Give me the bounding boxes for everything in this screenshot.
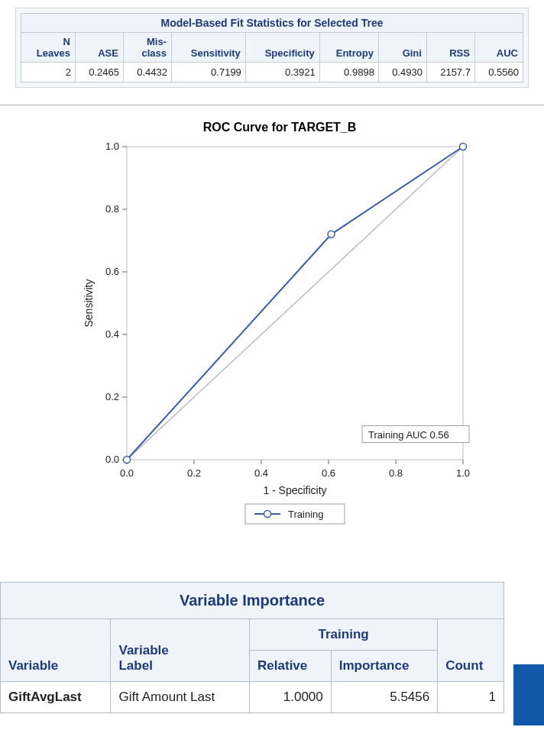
svg-point-27 <box>328 231 335 237</box>
varimp-h-relative: Relative <box>250 651 332 682</box>
svg-text:0.6: 0.6 <box>322 467 335 479</box>
varimp-h-variable: Variable <box>1 619 111 682</box>
svg-text:0.4: 0.4 <box>105 328 119 340</box>
svg-text:0.2: 0.2 <box>187 467 201 479</box>
fit-stats-panel: Model-Based Fit Statistics for Selected … <box>15 8 529 88</box>
varimp-importance: 5.5456 <box>331 682 437 713</box>
fit-val-1: 0.2465 <box>75 63 123 82</box>
svg-text:Training: Training <box>288 509 323 520</box>
svg-text:Training AUC  0.56: Training AUC 0.56 <box>368 429 449 441</box>
fit-val-6: 0.4930 <box>378 63 426 82</box>
svg-text:1.0: 1.0 <box>456 467 470 479</box>
svg-text:0.2: 0.2 <box>105 391 119 402</box>
svg-text:0.8: 0.8 <box>389 467 403 479</box>
fit-col-3: Sensitivity <box>171 33 245 63</box>
varimp-title: Variable Importance <box>1 583 504 619</box>
svg-text:0.0: 0.0 <box>105 454 119 465</box>
fit-val-5: 0.9898 <box>319 63 378 82</box>
blue-side-bar <box>513 664 544 725</box>
variable-importance-table: Variable Importance Variable Variable La… <box>0 582 504 713</box>
varimp-h-count: Count <box>438 619 504 682</box>
varimp-label: Gift Amount Last <box>111 682 250 713</box>
fit-col-1: ASE <box>75 33 123 63</box>
fit-val-2: 0.4432 <box>123 63 171 82</box>
varimp-h-importance: Importance <box>331 651 437 682</box>
varimp-h-label: Variable Label <box>111 619 250 682</box>
fit-stats-title: Model-Based Fit Statistics for Selected … <box>21 14 523 33</box>
fit-col-5: Entropy <box>319 33 378 63</box>
svg-point-28 <box>460 144 467 150</box>
fit-val-8: 0.5560 <box>474 63 523 82</box>
svg-text:1.0: 1.0 <box>105 141 119 152</box>
divider <box>0 105 544 105</box>
varimp-var: GiftAvgLast <box>1 682 111 713</box>
svg-point-35 <box>264 511 271 518</box>
fit-stats-table: Model-Based Fit Statistics for Selected … <box>21 13 523 82</box>
fit-val-4: 0.3921 <box>245 63 319 82</box>
variable-importance-panel: Variable Importance Variable Variable La… <box>0 582 544 713</box>
svg-text:1 - Specificity: 1 - Specificity <box>263 484 326 496</box>
fit-col-4: Specificity <box>245 33 319 63</box>
fit-col-8: AUC <box>474 33 523 63</box>
fit-col-7: RSS <box>426 33 474 63</box>
svg-text:0.6: 0.6 <box>105 266 119 277</box>
svg-text:Sensitivity: Sensitivity <box>83 279 95 327</box>
fit-col-0: N Leaves <box>21 33 76 63</box>
fit-val-3: 0.7199 <box>171 63 245 82</box>
varimp-relative: 1.0000 <box>250 682 332 713</box>
roc-chart: 0.00.20.40.60.81.00.00.20.40.60.81.0Trai… <box>81 139 478 536</box>
svg-text:0.4: 0.4 <box>254 467 268 479</box>
fit-col-6: Gini <box>378 33 426 63</box>
fit-col-2: Mis- class <box>123 33 171 63</box>
varimp-h-training: Training <box>250 619 438 651</box>
roc-chart-title: ROC Curve for TARGET_B <box>61 121 498 134</box>
svg-point-26 <box>124 457 131 464</box>
roc-chart-panel: ROC Curve for TARGET_B 0.00.20.40.60.81.… <box>61 121 498 536</box>
svg-text:0.8: 0.8 <box>105 203 119 215</box>
fit-val-7: 2157.7 <box>426 63 474 82</box>
fit-val-0: 2 <box>21 63 76 82</box>
varimp-count: 1 <box>438 682 504 713</box>
svg-text:0.0: 0.0 <box>120 467 134 479</box>
